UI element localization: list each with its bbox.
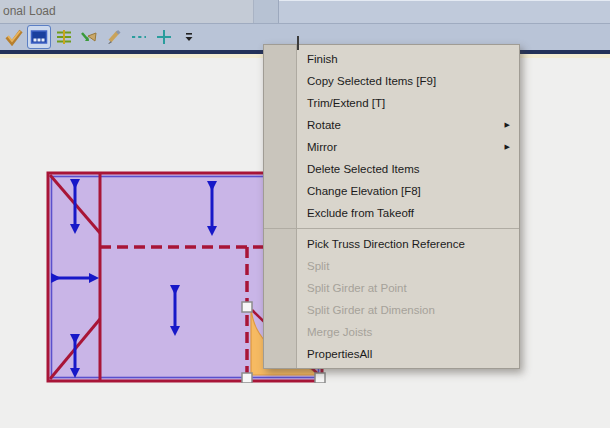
- pencil-tool-button[interactable]: [103, 26, 125, 48]
- dashed-line-tool-button[interactable]: [128, 26, 150, 48]
- context-menu-icon-gutter: [264, 45, 297, 368]
- grid-panel-button[interactable]: [28, 26, 50, 48]
- selection-handle-bottom-right[interactable]: [315, 373, 325, 383]
- panel-tab-bar: onal Load: [0, 0, 610, 24]
- menu-separator: [264, 228, 519, 229]
- toolbar-overflow-button[interactable]: [178, 26, 200, 48]
- panel-tab[interactable]: onal Load: [0, 0, 254, 23]
- menu-item-change-elevation[interactable]: Change Elevation [F8]: [297, 180, 519, 202]
- marker-tool-button[interactable]: [3, 26, 25, 48]
- joist-layout-icon: [55, 28, 73, 46]
- context-menu: Finish Copy Selected Items [F9] Trim/Ext…: [263, 44, 520, 369]
- menu-item-trim-extend[interactable]: Trim/Extend [T]: [297, 92, 519, 114]
- pencil-tool-icon: [105, 28, 123, 46]
- dashed-line-tool-icon: [130, 28, 148, 46]
- paste-direction-icon: [80, 28, 98, 46]
- crosshair-snap-button[interactable]: [153, 26, 175, 48]
- paste-direction-button[interactable]: [78, 26, 100, 48]
- tab-bar-segment: [254, 0, 279, 23]
- menu-item-finish[interactable]: Finish: [297, 48, 519, 70]
- joist-layout-button[interactable]: [53, 26, 75, 48]
- menu-item-split-girder-dimension: Split Girder at Dimension: [297, 299, 519, 321]
- crosshair-snap-icon: [155, 28, 173, 46]
- marker-tool-icon: [5, 28, 23, 46]
- menu-item-copy-selected[interactable]: Copy Selected Items [F9]: [297, 70, 519, 92]
- menu-item-split-girder-point: Split Girder at Point: [297, 277, 519, 299]
- menu-item-mirror[interactable]: Mirror: [297, 136, 519, 158]
- mouse-cursor: [297, 36, 299, 50]
- menu-item-pick-truss-direction[interactable]: Pick Truss Direction Reference: [297, 233, 519, 255]
- menu-item-delete-selected[interactable]: Delete Selected Items: [297, 158, 519, 180]
- selection-handle-bottom-left[interactable]: [242, 373, 252, 383]
- menu-item-exclude-takeoff[interactable]: Exclude from Takeoff: [297, 202, 519, 224]
- grid-panel-icon: [30, 28, 48, 46]
- menu-item-merge-joists: Merge Joists: [297, 321, 519, 343]
- toolbar-overflow-icon: [183, 31, 195, 43]
- menu-item-rotate[interactable]: Rotate: [297, 114, 519, 136]
- menu-item-split: Split: [297, 255, 519, 277]
- menu-item-properties-all[interactable]: PropertiesAll: [297, 343, 519, 365]
- panel-tab-title: onal Load: [3, 4, 56, 18]
- selection-handle-top[interactable]: [242, 302, 252, 312]
